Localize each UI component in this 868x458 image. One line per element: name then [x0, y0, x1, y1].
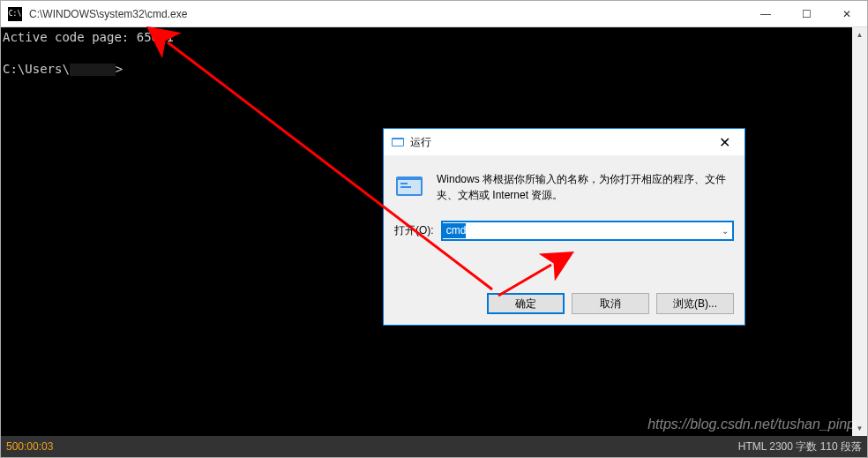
run-input-value: cmd: [443, 223, 467, 238]
browse-button[interactable]: 浏览(B)...: [656, 293, 734, 314]
cmd-icon: C:\: [8, 7, 22, 21]
run-titlebar[interactable]: 运行 ✕: [384, 129, 745, 155]
status-left: 500:00:03: [6, 440, 53, 453]
cmd-blank-line: [3, 45, 852, 61]
run-open-label: 打开(O):: [394, 223, 434, 238]
redacted-username: [70, 64, 116, 76]
cmd-output-line: Active code page: 65001: [3, 29, 852, 45]
cmd-scrollbar[interactable]: ▲ ▼: [852, 27, 867, 436]
cmd-titlebar[interactable]: C:\ C:\WINDOWS\system32\cmd.exe — ☐ ✕: [1, 1, 867, 27]
window-controls: — ☐ ✕: [745, 1, 867, 27]
svg-rect-1: [393, 139, 403, 146]
cmd-prompt-line: C:\Users\>: [3, 61, 852, 77]
minimize-button[interactable]: —: [745, 1, 786, 27]
run-button-bar: 确定 取消 浏览(B)...: [384, 282, 745, 325]
run-description: Windows 将根据你所输入的名称，为你打开相应的程序、文件夹、文档或 Int…: [437, 171, 734, 203]
svg-rect-4: [400, 183, 408, 184]
ok-button[interactable]: 确定: [487, 293, 565, 314]
run-close-button[interactable]: ✕: [705, 129, 745, 155]
run-title: 运行: [410, 135, 705, 150]
run-icon: [391, 135, 405, 149]
statusbar: 500:00:03 HTML 2300 字数 110 段落: [1, 436, 867, 457]
watermark: https://blog.csdn.net/tushan_pinp: [647, 417, 855, 432]
status-right: HTML 2300 字数 110 段落: [738, 439, 862, 454]
close-button[interactable]: ✕: [827, 1, 867, 27]
cmd-title: C:\WINDOWS\system32\cmd.exe: [29, 8, 745, 20]
run-program-icon: [394, 171, 426, 203]
scroll-up-button[interactable]: ▲: [852, 27, 867, 42]
run-content: Windows 将根据你所输入的名称，为你打开相应的程序、文件夹、文档或 Int…: [384, 155, 745, 250]
chevron-down-icon[interactable]: ⌄: [722, 226, 729, 236]
run-dialog: 运行 ✕ Windows 将根据你所输入的名称，为你打开相应的程序、文件夹、文档…: [383, 128, 745, 326]
maximize-button[interactable]: ☐: [786, 1, 827, 27]
svg-rect-5: [400, 186, 411, 188]
cancel-button[interactable]: 取消: [572, 293, 649, 314]
run-input-combo[interactable]: cmd ⌄: [441, 221, 734, 241]
